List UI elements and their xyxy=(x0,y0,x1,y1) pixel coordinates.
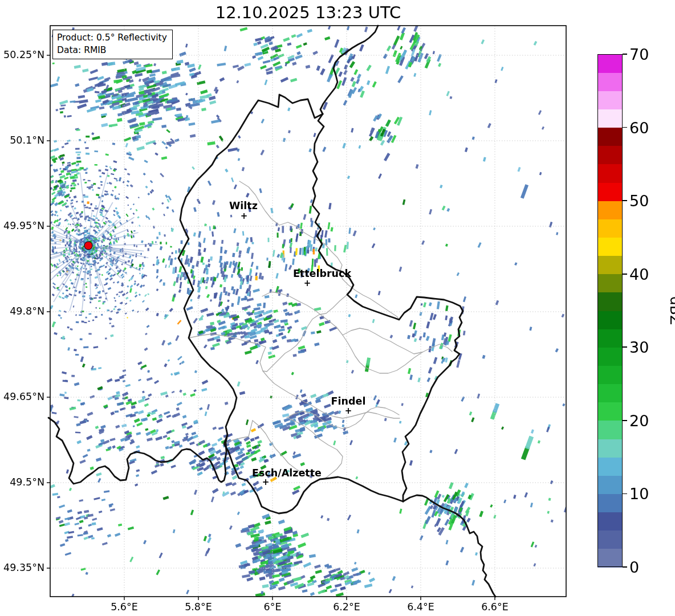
y-tick-label: 50.25°N xyxy=(0,49,44,60)
district-border xyxy=(287,407,399,429)
x-tick-label: 5.8°E xyxy=(173,601,224,613)
colorbar-tick-label: 50 xyxy=(629,192,649,210)
colorbar-tick xyxy=(623,346,627,348)
country-border xyxy=(403,495,495,597)
country-border xyxy=(320,26,378,114)
figure-title: 12.10.2025 13:23 UTC xyxy=(50,3,566,22)
x-tick-label: 5.6°E xyxy=(99,601,150,613)
country-border xyxy=(178,95,403,513)
country-border xyxy=(48,418,227,484)
city-label: Wiltz xyxy=(229,200,258,211)
plot-frame xyxy=(50,26,566,597)
y-tick-label: 49.35°N xyxy=(0,562,44,573)
city-marker-icon: + xyxy=(304,279,311,288)
district-border xyxy=(343,328,422,354)
colorbar-tick xyxy=(623,54,627,55)
y-tick-label: 50.1°N xyxy=(0,134,44,146)
city-marker-icon: + xyxy=(345,407,352,415)
y-tick-label: 49.8°N xyxy=(0,305,44,317)
map-borders-grid xyxy=(0,0,675,616)
x-tick-label: 6.6°E xyxy=(469,601,521,613)
colorbar-tick xyxy=(623,566,627,568)
colorbar-tick-label: 70 xyxy=(629,46,649,63)
city-marker-icon: + xyxy=(262,478,270,487)
radar-map-figure: 12.10.2025 13:23 UTC Product: 0.5° Refle… xyxy=(0,0,675,616)
radar-site-marker xyxy=(84,242,93,250)
colorbar-tick-label: 20 xyxy=(629,411,649,429)
country-border xyxy=(312,114,463,501)
colorbar-tick xyxy=(623,420,627,421)
colorbar-tick-label: 0 xyxy=(629,558,639,576)
x-tick-label: 6.2°E xyxy=(321,601,372,613)
colorbar-tick-label: 40 xyxy=(629,265,649,283)
y-tick-label: 49.95°N xyxy=(0,220,44,231)
district-border xyxy=(239,181,325,244)
colorbar-tick xyxy=(623,493,627,495)
colorbar-tick xyxy=(623,274,627,275)
colorbar-tick-label: 60 xyxy=(629,119,649,136)
district-border xyxy=(262,292,452,373)
x-tick-label: 6.4°E xyxy=(395,601,446,613)
colorbar-tick-label: 10 xyxy=(629,485,649,503)
x-tick-label: 6°E xyxy=(247,601,298,613)
product-info-box: Product: 0.5° Reflectivity Data: RMIB xyxy=(52,30,173,59)
data-source-line: Data: RMIB xyxy=(57,44,167,57)
colorbar-tick xyxy=(623,127,627,128)
district-border xyxy=(325,244,399,320)
product-line: Product: 0.5° Reflectivity xyxy=(57,32,167,44)
district-border xyxy=(224,421,253,444)
district-border xyxy=(189,334,400,418)
y-tick-label: 49.65°N xyxy=(0,391,44,402)
colorbar-axis-label: dBZ xyxy=(667,296,675,325)
colorbar: 010203040506070 xyxy=(597,54,623,567)
city-label: Ettelbruck xyxy=(293,268,351,279)
city-marker-icon: + xyxy=(241,212,248,221)
y-tick-label: 49.5°N xyxy=(0,476,44,488)
colorbar-tick-label: 30 xyxy=(629,338,649,356)
colorbar-frame xyxy=(597,54,623,567)
colorbar-tick xyxy=(623,200,627,201)
district-border xyxy=(263,295,347,372)
